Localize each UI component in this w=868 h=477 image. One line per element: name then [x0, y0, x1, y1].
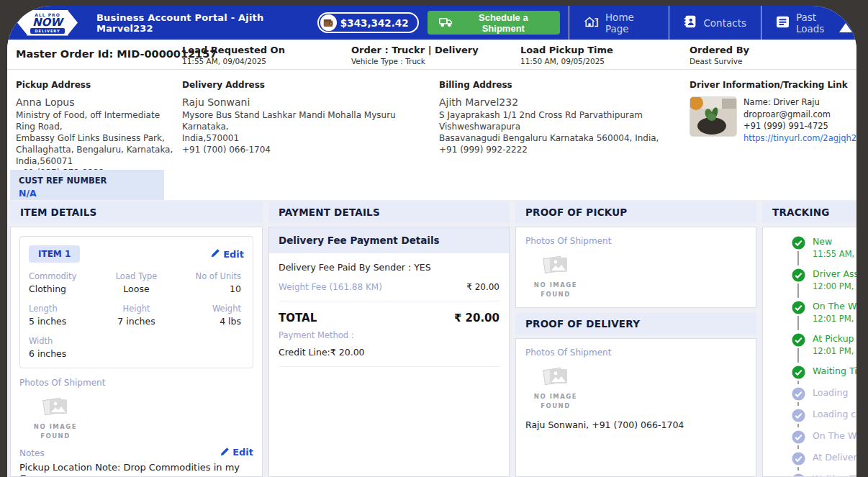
check-circle-icon-pending	[792, 409, 805, 425]
delivery-phone: +91 (700) 066-1704	[182, 145, 430, 156]
tracking-link[interactable]: https://tinyurl.com/2agjqh2d	[743, 132, 856, 145]
check-circle-icon	[792, 333, 805, 350]
schedule-shipment-button[interactable]: Schedule a Shipment	[428, 11, 560, 35]
truck-icon	[439, 17, 453, 29]
account-balance[interactable]: $343,342.42	[317, 12, 419, 33]
balance-amount: $343,342.42	[340, 17, 409, 29]
field-height: Height7 inches	[101, 304, 173, 327]
nav-item-home-page[interactable]: Home Page	[569, 6, 669, 40]
item-details-card: ITEM 1 Edit CommodityClothing Load TypeL…	[10, 227, 263, 477]
delivery-address-label: Delivery Address	[182, 80, 430, 90]
item-badge: ITEM 1	[29, 245, 80, 263]
total-value: ₹ 20.00	[454, 312, 499, 324]
pickup-time-title: Load Pickup Time	[520, 45, 613, 55]
notes-edit-label: Edit	[232, 447, 253, 458]
driver-info-label: Driver Information/Tracking Link	[690, 80, 855, 90]
profile-icon[interactable]	[839, 23, 852, 32]
item-details-header: ITEM DETAILS	[10, 201, 263, 223]
ordered-by-title: Ordered By	[690, 45, 749, 55]
delivery-photos-label: Photos Of Shipment	[525, 347, 746, 358]
app-window: ALL PRO NOW DELIVERY Business Account Po…	[7, 6, 856, 477]
payment-details-header: PAYMENT DETAILS	[268, 201, 510, 223]
no-image-placeholder: NO IMAGEFOUND	[30, 395, 81, 441]
billing-address-block: Billing Address Ajith Marvel232 S Jayapr…	[439, 80, 690, 156]
check-circle-icon-pending	[792, 452, 805, 468]
no-image-text: NO IMAGEFOUND	[30, 422, 81, 441]
no-image-placeholder: NO IMAGEFOUND	[530, 365, 582, 411]
delivery-fee-subheader: Delivery Fee Payment Details	[269, 227, 509, 253]
tracking-step-waiting-delivery: Waiting Time At Delivery	[792, 473, 856, 477]
pickup-name: Anna Lopus	[16, 96, 180, 108]
tracking-step-loading: Loading	[792, 387, 856, 409]
check-circle-icon	[792, 301, 805, 317]
proof-of-delivery-header: PROOF OF DELIVERY	[515, 313, 756, 335]
ordered-by-cell: Ordered By Deast Survive	[690, 45, 749, 65]
image-placeholder-icon	[541, 265, 570, 279]
delivery-line: Mysore Bus Stand Lashkar Mandi Mohalla M…	[182, 110, 430, 133]
wallet-icon	[320, 14, 337, 31]
load-requested-time: 11:55 AM, 09/04/2025	[182, 57, 285, 65]
tracking-step-on-the-way-pickup: On The Way To Pickup 12:01 PM, Sep 04	[792, 301, 856, 333]
ordered-by-value: Deast Survive	[690, 57, 749, 65]
tracking-step-driver-assigned: Driver Assigned 12:00 PM, Sep 04	[792, 268, 856, 301]
delivery-contact: Raju Sonwani, +91 (700) 066-1704	[525, 419, 746, 430]
delivery-name: Raju Sonwani	[182, 96, 430, 108]
payment-card: Delivery Fee Payment Details Delivery Fe…	[268, 227, 510, 477]
notes-label: Notes	[19, 448, 45, 458]
payment-details-column: PAYMENT DETAILS Delivery Fee Payment Det…	[268, 201, 510, 477]
pickup-line: Challaghatta, Bengaluru, Karnataka,	[16, 145, 180, 156]
detail-columns: ITEM DETAILS ITEM 1 Edit CommodityClothi…	[7, 200, 856, 477]
notes-edit-button[interactable]: Edit	[220, 447, 253, 458]
check-circle-icon	[792, 268, 805, 285]
check-circle-icon-pending	[792, 430, 805, 447]
proof-column: PROOF OF PICKUP Photos Of Shipment NO IM…	[515, 201, 756, 477]
brand-logo[interactable]: ALL PRO NOW DELIVERY	[17, 10, 78, 36]
pickup-address-label: Pickup Address	[16, 80, 180, 90]
addresses-section: Pickup Address Anna Lopus Ministry of Fo…	[7, 70, 856, 200]
item-details-column: ITEM DETAILS ITEM 1 Edit CommodityClothi…	[10, 201, 263, 477]
billing-line: Basavanagudi Bengaluru Karnataka 560004,…	[439, 133, 690, 145]
paid-by-sender: Delivery Fee Paid By Sender : YES	[279, 262, 499, 273]
billing-phone: +91 (999) 992-2222	[439, 145, 690, 156]
load-requested-cell: Load Requested On 11:55 AM, 09/04/2025	[182, 45, 285, 65]
pickup-photos-label: Photos Of Shipment	[525, 236, 746, 246]
driver-photo-thumbnail[interactable]	[690, 96, 737, 137]
field-load-type: Load TypeLoose	[101, 271, 173, 294]
check-circle-icon	[792, 365, 805, 382]
vehicle-type: Vehicle Type : Truck	[351, 57, 479, 65]
nav-item-contacts[interactable]: Contacts	[669, 6, 761, 40]
pencil-icon	[211, 248, 220, 260]
field-width: Width6 inches	[29, 336, 101, 359]
nav-past-loads-label: Past Loads	[796, 12, 842, 35]
item-box: ITEM 1 Edit CommodityClothing Load TypeL…	[19, 236, 253, 368]
past-loads-icon	[776, 16, 790, 30]
order-header-bar: Master Order Id: MID-0000012157 Load Req…	[7, 40, 856, 70]
photos-of-shipment-label: Photos Of Shipment	[19, 378, 253, 388]
image-placeholder-icon	[41, 407, 70, 421]
brand-main-text: NOW	[32, 17, 63, 28]
item-edit-label: Edit	[223, 249, 244, 260]
schedule-shipment-label: Schedule a Shipment	[458, 12, 548, 34]
pickup-line: Embassy Golf Links Business Park,	[16, 133, 180, 145]
field-weight: Weight4 lbs	[172, 304, 244, 327]
driver-name: Name: Driver Raju	[743, 96, 856, 109]
billing-address-label: Billing Address	[439, 80, 690, 90]
home-icon	[584, 15, 599, 30]
item-edit-button[interactable]: Edit	[211, 248, 244, 260]
proof-delivery-card: Photos Of Shipment NO IMAGEFOUND Raju So…	[515, 338, 756, 477]
tracking-step-waiting-pickup: Waiting Time At Pickup	[792, 365, 856, 387]
pencil-icon	[220, 447, 230, 458]
top-navbar: ALL PRO NOW DELIVERY Business Account Po…	[7, 6, 856, 40]
weight-fee-label: Weight Fee (161.88 KM)	[279, 282, 382, 292]
navbar-right: $343,342.42 Schedule a Shipment Home Pag…	[317, 6, 856, 40]
billing-name: Ajith Marvel232	[439, 96, 690, 108]
check-circle-icon-pending	[792, 473, 805, 477]
no-image-placeholder: NO IMAGEFOUND	[530, 253, 582, 299]
cust-ref-label: CUST REF NUMBER	[19, 176, 155, 186]
total-label: TOTAL	[279, 312, 317, 324]
delivery-line: India,570001	[182, 133, 430, 145]
tracking-step-at-pickup: At Pickup 12:01 PM, Sep 04	[792, 333, 856, 365]
portal-title: Business Account Portal - Ajith Marvel23…	[96, 12, 317, 34]
driver-details: Name: Driver Raju droproar@gmail.com +91…	[743, 96, 856, 145]
nav-contacts-label: Contacts	[703, 17, 746, 29]
